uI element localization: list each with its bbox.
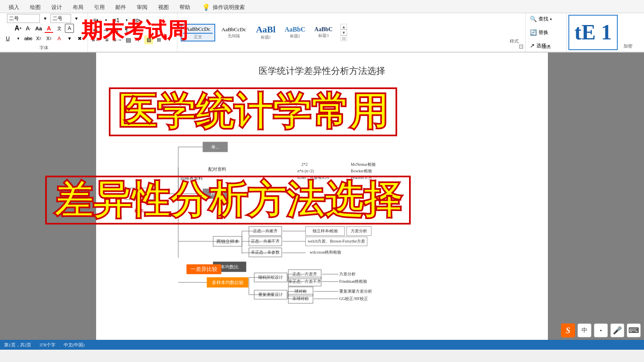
style-h2[interactable]: AaBbC 标题2 (281, 25, 309, 40)
keyboard-icon[interactable]: ⌨ (627, 323, 641, 337)
multilevel-list-btn[interactable]: ≡⊳ (132, 16, 141, 25)
font-name-input[interactable] (7, 14, 40, 23)
corner-icons-area: S 中 · 🎤 ⌨ (561, 323, 641, 337)
replace-btn[interactable]: 🔄 替换 (530, 29, 562, 36)
strikethrough-btn[interactable]: abc (24, 34, 33, 43)
multilevel-dropdown[interactable]: ▾ (143, 16, 152, 25)
underline-btn[interactable]: U (3, 34, 12, 43)
multi-banner-text: 一差异比较 (191, 266, 217, 272)
align-center-btn[interactable]: ≡ (102, 35, 111, 44)
font-group-label: 字体 (39, 45, 48, 51)
char-border-btn[interactable]: A (65, 24, 74, 33)
style-normal-label: 正文 (194, 34, 202, 40)
font-size-dropdown[interactable]: ▾ (72, 14, 81, 23)
decrease-font-btn[interactable]: A- (24, 24, 33, 33)
doc-area: 医学统计学差异性分析方法选择 差异 样本 单... 样本均 (0, 53, 644, 340)
justify-btn[interactable]: ▤ (124, 35, 133, 44)
increase-font-btn[interactable]: A+ (14, 24, 23, 33)
chinese-input-icon[interactable]: 中 (577, 323, 591, 337)
case-btn[interactable]: Aa (34, 24, 43, 33)
font-name-dropdown[interactable]: ▾ (41, 14, 50, 23)
style-h3[interactable]: AaBbC 标题3 (311, 25, 336, 40)
sort-btn[interactable]: ⇅ (112, 25, 121, 34)
tab-mail[interactable]: 邮件 (110, 2, 131, 13)
encrypt-label: 加密 (623, 41, 640, 49)
style-normal[interactable]: AaBbCcDc 正文 (181, 24, 215, 41)
border-btn[interactable]: ⊞ (154, 35, 163, 44)
styles-scroll: ▲ ▼ ⊡ (340, 23, 348, 42)
styles-scroll-up[interactable]: ▲ (340, 24, 347, 30)
bullet-list-dropdown[interactable]: ▾ (101, 16, 110, 25)
svg-text:Friedman秩检验: Friedman秩检验 (339, 279, 367, 284)
subscript-btn[interactable]: X2 (34, 34, 43, 43)
find-btn[interactable]: 🔍 查找 ▾ (530, 16, 562, 23)
style-nospace[interactable]: AaBbCcDc 无间隔 (217, 25, 251, 40)
svg-text:非正态、方差不齐: 非正态、方差不齐 (288, 279, 321, 284)
svg-text:McNemar检验: McNemar检验 (351, 162, 376, 167)
font-color-btn[interactable]: A (44, 24, 53, 33)
tab-design[interactable]: 设计 (46, 2, 67, 13)
tab-view[interactable]: 视图 (153, 2, 174, 13)
underline-dropdown[interactable]: ▾ (14, 34, 23, 43)
dot-icon[interactable]: · (594, 323, 608, 337)
svg-text:非球对称: 非球对称 (292, 296, 309, 301)
tab-review[interactable]: 审阅 (131, 2, 153, 13)
svg-text:本均数比: 本均数比 (221, 264, 239, 269)
status-bar: 第1页，共2页 378个字 中文(中国) (0, 340, 644, 350)
line-spacing-btn[interactable]: ↕ (134, 35, 143, 44)
font-color2-btn[interactable]: A (55, 34, 64, 43)
clear-format-btn[interactable]: ✖ (75, 34, 84, 43)
style-h3-label: 标题3 (318, 33, 329, 39)
tab-ref[interactable]: 引用 (89, 2, 110, 13)
ribbon-tabs: 插入 绘图 设计 布局 引用 邮件 审阅 视图 帮助 💡 操作说明搜索 (0, 0, 644, 13)
bullet-list-btn[interactable]: ≡• (91, 16, 100, 25)
align-right-btn[interactable]: ≡→ (113, 35, 122, 44)
styles-scroll-down[interactable]: ▼ (340, 30, 347, 35)
mic-icon[interactable]: 🎤 (610, 323, 624, 337)
multi-sample-banner: 一差异比较 (186, 264, 221, 274)
style-h1-label: 标题1 (261, 34, 271, 40)
encrypt-group: 加密 (619, 13, 644, 52)
styles-dialog-btn[interactable]: ⊡ (519, 43, 524, 50)
tab-help[interactable]: 帮助 (174, 2, 196, 13)
pinyin-btn[interactable]: 文 (55, 24, 64, 33)
styles-expand[interactable]: ⊡ (340, 35, 347, 41)
indent-btn[interactable]: ⇥ (101, 25, 110, 34)
svg-text:正态、方差齐: 正态、方差齐 (253, 229, 278, 233)
svg-text:多样本均数比较: 多样本均数比较 (212, 280, 244, 285)
numbered-list-btn[interactable]: ≡1 (112, 16, 121, 25)
svg-text:球对称: 球对称 (294, 289, 307, 293)
edit-group: 🔍 查找 ▾ 🔄 替换 ↗ 选择 ▾ 编辑 (526, 13, 567, 52)
paragraph-group: ≡• ▾ ≡1 ▾ ≡⊳ ▾ ⇤ ⇥ ⇅ ¶ ≡← ≡ ≡→ ▤ (88, 13, 177, 52)
te1-box: tE 1 (568, 15, 618, 50)
svg-text:方差分析: 方差分析 (339, 272, 356, 276)
svg-text:GG校正/HF校正: GG校正/HF校正 (339, 296, 368, 301)
style-h1[interactable]: AaBl 标题1 (252, 23, 279, 41)
svg-text:正态、方差不齐: 正态、方差不齐 (251, 239, 280, 243)
svg-text:配对资料: 配对资料 (208, 167, 226, 172)
shading-btn[interactable]: ▨ (144, 35, 153, 44)
align-left-btn[interactable]: ≡← (91, 35, 101, 44)
show-marks-btn[interactable]: ¶ (122, 25, 131, 34)
tab-layout[interactable]: 布局 (67, 2, 89, 13)
svg-text:n*n (n>2): n*n (n>2) (297, 169, 314, 174)
te1-text: tE 1 (575, 22, 612, 43)
style-h3-preview: AaBbC (315, 26, 333, 32)
font-group: ▾ ▾ A+ A- Aa A 文 A U ▾ abc X2 X2 A (0, 13, 88, 52)
sougou-icon[interactable]: S (561, 323, 575, 337)
svg-text:welch方差、Brown-Forsythe方差: welch方差、Brown-Forsythe方差 (308, 239, 365, 243)
svg-text:两独立样本: 两独立样本 (216, 239, 239, 244)
superscript-btn[interactable]: X2 (44, 34, 53, 43)
font-size-input[interactable] (51, 14, 71, 23)
tab-draw[interactable]: 绘图 (25, 2, 46, 13)
border-dropdown[interactable]: ▾ (165, 35, 174, 44)
svg-text:方差分析: 方差分析 (351, 229, 367, 233)
svg-text:重复测量设计: 重复测量设计 (258, 292, 283, 297)
replace-label: 替换 (538, 29, 548, 36)
outdent-btn[interactable]: ⇤ (91, 25, 100, 34)
tab-insert[interactable]: 插入 (3, 2, 25, 13)
numbered-list-dropdown[interactable]: ▾ (122, 16, 131, 25)
find-dropdown[interactable]: ▾ (550, 17, 552, 21)
svg-text:2*2: 2*2 (301, 162, 308, 167)
highlight-btn[interactable]: ▾ (65, 34, 74, 43)
